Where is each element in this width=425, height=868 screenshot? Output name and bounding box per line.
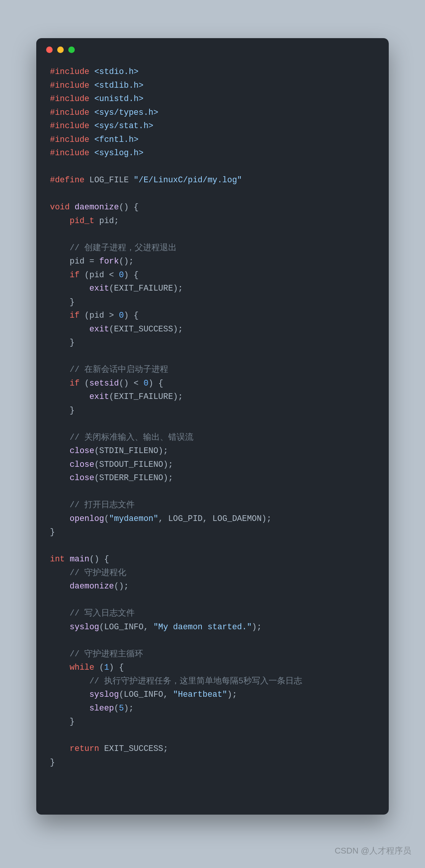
fn-syslog: syslog — [70, 622, 99, 632]
kw-include: #include — [50, 135, 89, 144]
include-path: <unistd.h> — [94, 94, 143, 103]
const-exit-success: EXIT_SUCCESS — [114, 325, 173, 334]
include-path: <sys/stat.h> — [94, 121, 153, 130]
fn-close: close — [70, 460, 95, 469]
kw-include: #include — [50, 94, 89, 103]
minimize-icon[interactable] — [57, 47, 64, 53]
fn-close: close — [70, 473, 95, 482]
window-titlebar — [36, 38, 389, 57]
comment: // 关闭标准输入、输出、错误流 — [70, 433, 194, 442]
fn-exit: exit — [89, 325, 109, 334]
include-path: <stdio.h> — [94, 67, 138, 76]
include-path: <stdlib.h> — [94, 81, 143, 90]
type-pid: pid_t — [70, 216, 95, 225]
str-started: "My daemon started." — [153, 622, 252, 632]
comment: // 写入日志文件 — [70, 609, 135, 618]
include-path: <sys/types.h> — [94, 108, 158, 117]
const-logdaemon: LOG_DAEMON — [213, 514, 262, 523]
kw-if: if — [70, 379, 80, 388]
fn-setsid: setsid — [89, 379, 119, 388]
kw-while: while — [70, 663, 95, 672]
close-icon[interactable] — [46, 47, 53, 53]
comment: // 打开日志文件 — [70, 500, 135, 510]
kw-if: if — [70, 311, 80, 320]
str-heartbeat: "Heartbeat" — [173, 690, 227, 699]
const-logpid: LOG_PID — [168, 514, 203, 523]
const-loginfo: LOG_INFO — [104, 622, 143, 632]
maximize-icon[interactable] — [68, 47, 75, 53]
comment: // 在新会话中启动子进程 — [70, 365, 169, 374]
fn-daemonize: daemonize — [70, 582, 114, 591]
kw-define: #define — [50, 175, 84, 185]
num-one: 1 — [104, 663, 109, 672]
include-path: <syslog.h> — [94, 148, 143, 158]
const-stdout: STDOUT_FILENO — [99, 460, 163, 469]
num-five: 5 — [119, 704, 124, 713]
fn-sleep: sleep — [89, 704, 114, 713]
code-window: #include <stdio.h> #include <stdlib.h> #… — [36, 38, 389, 815]
fn-exit: exit — [89, 392, 109, 401]
kw-include: #include — [50, 108, 89, 117]
comment: // 执行守护进程任务，这里简单地每隔5秒写入一条日志 — [89, 677, 302, 686]
fn-main: main — [70, 555, 90, 564]
fn-close: close — [70, 446, 95, 455]
comment: // 守护进程主循环 — [70, 649, 143, 659]
comment: // 守护进程化 — [70, 568, 127, 577]
code-block: #include <stdio.h> #include <stdlib.h> #… — [36, 57, 389, 781]
watermark-text: CSDN @人才程序员 — [335, 845, 411, 857]
num-zero: 0 — [143, 379, 148, 388]
num-zero: 0 — [119, 270, 124, 280]
kw-include: #include — [50, 67, 89, 76]
kw-include: #include — [50, 81, 89, 90]
kw-int: int — [50, 555, 65, 564]
kw-include: #include — [50, 148, 89, 158]
const-stderr: STDERR_FILENO — [99, 473, 163, 482]
comment: // 创建子进程，父进程退出 — [70, 243, 177, 252]
fn-fork: fork — [99, 257, 119, 266]
str-mydaemon: "mydaemon" — [109, 514, 158, 523]
kw-include: #include — [50, 121, 89, 130]
kw-return: return — [70, 744, 99, 753]
include-path: <fcntl.h> — [94, 135, 138, 144]
kw-if: if — [70, 270, 80, 280]
fn-exit: exit — [89, 284, 109, 293]
const-exit-failure: EXIT_FAILURE — [114, 284, 173, 293]
const-loginfo: LOG_INFO — [124, 690, 163, 699]
kw-void: void — [50, 203, 70, 212]
define-value: "/E/LinuxC/pid/my.log" — [134, 175, 242, 185]
const-exit-success: EXIT_SUCCESS — [104, 744, 163, 753]
const-stdin: STDIN_FILENO — [99, 446, 158, 455]
var-pid: pid — [99, 216, 114, 225]
fn-syslog: syslog — [89, 690, 119, 699]
const-exit-failure: EXIT_FAILURE — [114, 392, 173, 401]
num-zero: 0 — [119, 311, 124, 320]
fn-daemonize: daemonize — [75, 203, 119, 212]
fn-openlog: openlog — [70, 514, 104, 523]
define-name: LOG_FILE — [89, 175, 129, 185]
